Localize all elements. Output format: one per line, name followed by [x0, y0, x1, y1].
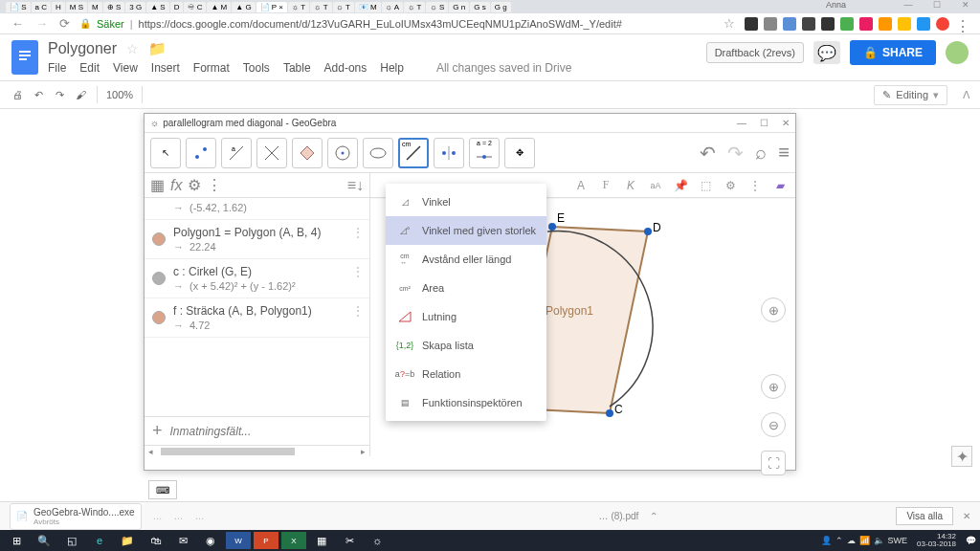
tray-sound-icon[interactable]: 🔈	[874, 536, 884, 545]
nav-back-icon[interactable]: ←	[11, 16, 24, 31]
ext-icon[interactable]	[898, 17, 911, 31]
hamburger-menu-icon[interactable]: ≡	[778, 142, 790, 164]
color-dot-icon[interactable]	[152, 232, 166, 246]
tray-up-icon[interactable]: ⌃	[835, 536, 843, 545]
notifications-icon[interactable]: 💬	[966, 536, 976, 545]
color-dot-icon[interactable]	[152, 311, 166, 324]
dd-item-slope[interactable]: Lutning	[386, 302, 546, 331]
gear-icon[interactable]: ⚙	[188, 176, 201, 194]
tray-wifi-icon[interactable]: 📶	[859, 536, 870, 545]
anonymous-avatar[interactable]	[946, 41, 969, 64]
menu-help[interactable]: Help	[380, 61, 404, 75]
draftback-button[interactable]: Draftback (2revs)	[706, 42, 804, 63]
menu-format[interactable]: Format	[193, 61, 230, 75]
browser-tab[interactable]: ☼ S	[426, 2, 448, 12]
search-icon[interactable]: ⌕	[755, 142, 767, 164]
tool-reflect[interactable]	[434, 138, 464, 168]
text-tool-icon[interactable]: A	[571, 179, 590, 192]
search-taskbar-icon[interactable]: 🔍	[32, 532, 56, 549]
star-icon[interactable]: ☆	[126, 41, 139, 56]
ext-icon[interactable]	[802, 17, 815, 31]
show-all-button[interactable]: Visa alla	[896, 507, 953, 525]
browser-tab[interactable]: a C	[32, 2, 51, 12]
folder-icon[interactable]: 📁	[148, 40, 167, 57]
color-dot-icon[interactable]	[152, 272, 166, 285]
tool-ellipse[interactable]	[363, 138, 393, 168]
start-button[interactable]: ⊞	[4, 532, 29, 549]
dd-item-area[interactable]: cm² Area	[386, 274, 546, 302]
mail-icon[interactable]: ✉	[170, 532, 195, 549]
docs-logo-icon[interactable]	[11, 40, 38, 75]
doc-title[interactable]: Polygoner	[48, 40, 117, 57]
lock-tool-icon[interactable]: ⬚	[696, 179, 715, 192]
geogebra-titlebar[interactable]: ☼ parallellogram med diagonal - GeoGebra…	[145, 114, 795, 133]
edge-icon[interactable]: e	[87, 532, 112, 549]
url-text[interactable]: https://docs.google.com/document/d/1z3Vu…	[139, 18, 622, 30]
taskbar-clock[interactable]: 14:32 03-03-2018	[911, 533, 962, 548]
menu-insert[interactable]: Insert	[151, 61, 180, 75]
ext-icon[interactable]	[859, 17, 873, 31]
editing-mode-button[interactable]: ✎ Editing ▾	[874, 85, 947, 105]
window-maximize[interactable]: ☐	[923, 0, 951, 13]
gear-icon[interactable]: ⚙	[721, 179, 740, 192]
algebra-row[interactable]: (-5.42, 1.62)	[145, 198, 369, 220]
browser-tab[interactable]: ☼ T	[333, 2, 354, 12]
tool-point[interactable]	[186, 138, 216, 168]
chrome-icon[interactable]: ◉	[198, 532, 223, 549]
ext-icon[interactable]	[879, 17, 892, 31]
tray-lang[interactable]: SWE	[888, 536, 908, 545]
nav-reload-icon[interactable]: ⟳	[59, 16, 70, 31]
redo-icon[interactable]: ↷	[52, 87, 67, 102]
tray-people-icon[interactable]: 👤	[821, 536, 832, 545]
window-close[interactable]: ✕	[951, 0, 980, 13]
pin-icon[interactable]: 📌	[671, 179, 690, 192]
browser-tab[interactable]: 3 G	[125, 2, 145, 12]
tray-cloud-icon[interactable]: ☁	[847, 536, 856, 545]
browser-tab[interactable]: D	[170, 2, 184, 12]
fill-icon[interactable]: ▰	[770, 179, 790, 192]
explorer-icon[interactable]: 📁	[115, 532, 140, 549]
app-icon[interactable]: ▦	[309, 532, 334, 549]
browser-tab[interactable]: M	[88, 2, 102, 12]
browser-tab[interactable]: ▲ G	[232, 2, 255, 12]
more-icon[interactable]: ⋮	[746, 179, 765, 192]
browser-tab[interactable]: 📧 M	[355, 2, 381, 12]
print-icon[interactable]: 🖨	[10, 87, 25, 102]
virtual-keyboard-button[interactable]: ⌨	[148, 480, 177, 499]
dd-item-list[interactable]: {1,2} Skapa lista	[386, 331, 546, 360]
paint-format-icon[interactable]: 🖌	[73, 87, 88, 102]
row-menu-icon[interactable]: ⋮	[352, 265, 364, 278]
row-menu-icon[interactable]: ⋮	[352, 304, 364, 318]
menu-view[interactable]: View	[113, 61, 138, 75]
browser-tab[interactable]: ☼ T	[404, 2, 425, 12]
share-button[interactable]: 🔒 SHARE	[850, 40, 936, 65]
dd-item-vinkel[interactable]: ◿ Vinkel	[386, 187, 546, 216]
browser-tab[interactable]: ♾ C	[184, 2, 206, 12]
dd-item-inspector[interactable]: ▤ Funktionsinspektören	[386, 388, 546, 417]
algebra-row[interactable]: f : Sträcka (A, B, Polygon1) 4.72 ⋮	[145, 298, 369, 338]
download-item[interactable]: 📄 GeoGebra-Windo....exe Avbröts	[10, 503, 142, 530]
plus-icon[interactable]: +	[152, 421, 163, 441]
fullscreen-icon[interactable]: ⛶	[761, 451, 786, 475]
browser-tab[interactable]: H	[52, 2, 65, 12]
style-tool-icon[interactable]: F	[596, 178, 615, 192]
browser-tab[interactable]: ▲ M	[207, 2, 231, 12]
close-bar-icon[interactable]: ✕	[963, 511, 970, 521]
browser-tab[interactable]: G g	[491, 2, 511, 12]
menu-addons[interactable]: Add-ons	[324, 61, 368, 75]
dd-item-relation[interactable]: a?=b Relation	[386, 360, 546, 388]
store-icon[interactable]: 🛍	[143, 532, 167, 549]
undo-icon[interactable]: ↶	[700, 142, 716, 165]
chevron-up-icon[interactable]: ⌃	[650, 511, 657, 521]
redo-icon[interactable]: ↷	[727, 142, 744, 165]
browser-tab[interactable]: ☼ T	[310, 2, 331, 12]
ext-icon[interactable]	[821, 17, 835, 31]
size-tool-icon[interactable]: aA	[646, 181, 665, 190]
zoom-in-icon[interactable]: ⊕	[761, 374, 786, 399]
browser-tab[interactable]: G s	[470, 2, 489, 12]
window-close-icon[interactable]: ✕	[782, 118, 790, 128]
tool-line[interactable]: a	[221, 138, 252, 168]
dd-item-vinkel-storlek[interactable]: ◿° Vinkel med given storlek	[386, 216, 546, 245]
menu-tools[interactable]: Tools	[243, 61, 270, 75]
tool-polygon[interactable]	[292, 138, 323, 168]
